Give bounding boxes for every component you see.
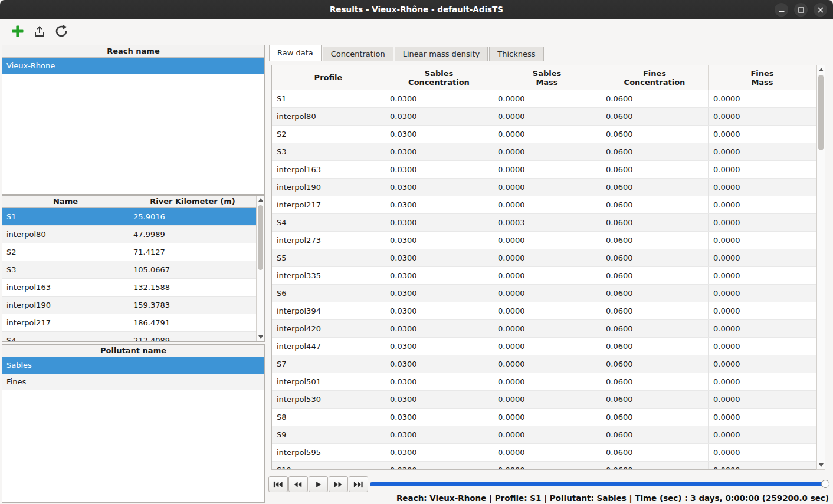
value-cell: 0.0000 [493, 462, 601, 470]
table-row[interactable]: S100.03000.00000.06000.0000 [272, 462, 816, 470]
scrollbar-thumb[interactable] [818, 75, 824, 150]
profile-cell: interpol595 [272, 444, 385, 461]
table-row[interactable]: S30.03000.00000.06000.0000 [272, 143, 816, 161]
add-button[interactable] [9, 23, 26, 39]
profile-cell: S9 [272, 426, 385, 443]
table-row[interactable]: interpol1900.03000.00000.06000.0000 [272, 179, 816, 196]
table-row[interactable]: interpol5950.03000.00000.06000.0000 [272, 444, 816, 462]
table-row[interactable]: interpol800.03000.00000.06000.0000 [272, 108, 816, 126]
reach-panel: Reach name Vieux-Rhone [2, 45, 265, 195]
profile-cell: interpol420 [272, 320, 385, 337]
pollutant-list-item[interactable]: Fines [2, 374, 264, 390]
table-row[interactable]: S50.03000.00000.06000.0000 [272, 249, 816, 267]
refresh-button[interactable] [53, 23, 70, 39]
profile-row[interactable]: S4213.4089 [2, 332, 256, 342]
tab-concentration[interactable]: Concentration [323, 47, 393, 61]
table-row[interactable]: S60.03000.00000.06000.0000 [272, 285, 816, 302]
header-line: Concentration [408, 78, 470, 87]
value-cell: 0.0000 [709, 444, 816, 461]
table-row[interactable]: interpol2730.03000.00000.06000.0000 [272, 232, 816, 249]
table-row[interactable]: S20.03000.00000.06000.0000 [272, 126, 816, 143]
value-cell: 0.0600 [601, 90, 709, 107]
profile-cell: interpol80 [272, 108, 385, 125]
table-row[interactable]: interpol2170.03000.00000.06000.0000 [272, 196, 816, 214]
titlebar: Results - Vieux-Rhône - default-AdisTS [0, 0, 833, 19]
profile-cell: S8 [272, 409, 385, 426]
tab-bar: Raw dataConcentrationLinear mass density… [269, 45, 545, 61]
profile-cell: interpol447 [272, 338, 385, 355]
reach-list-item[interactable]: Vieux-Rhone [2, 58, 264, 74]
value-cell: 0.0600 [601, 355, 709, 373]
table-row[interactable]: interpol5300.03000.00000.06000.0000 [272, 391, 816, 409]
time-slider-fill [370, 482, 828, 486]
value-cell: 0.0600 [601, 373, 709, 390]
value-cell: 0.0300 [385, 196, 493, 213]
pollutant-list: SablesFines [2, 357, 264, 390]
time-slider-handle[interactable] [821, 480, 829, 488]
close-button[interactable] [814, 3, 827, 17]
scroll-up-button[interactable] [258, 198, 263, 202]
rewind-button[interactable] [288, 476, 308, 492]
skip-to-start-button[interactable] [268, 476, 288, 492]
scrollbar-thumb[interactable] [258, 205, 263, 270]
profile-row[interactable]: interpol8047.9989 [2, 226, 256, 243]
scroll-down-button[interactable] [819, 463, 824, 467]
reach-list: Vieux-Rhone [2, 58, 264, 74]
profile-row[interactable]: interpol190159.3783 [2, 297, 256, 314]
profile-name-cell: S1 [2, 208, 129, 225]
value-cell: 0.0000 [709, 285, 816, 302]
play-button[interactable] [309, 476, 328, 492]
pollutant-list-item[interactable]: Sables [2, 357, 264, 374]
results-table: ProfileSablesConcentrationSablesMassFine… [271, 65, 816, 470]
table-row[interactable]: S80.03000.00000.06000.0000 [272, 409, 816, 426]
profile-row[interactable]: interpol217186.4791 [2, 314, 256, 332]
value-cell: 0.0300 [385, 267, 493, 284]
close-icon [817, 6, 824, 14]
maximize-button[interactable] [794, 3, 808, 17]
export-button[interactable] [31, 23, 48, 39]
value-cell: 0.0000 [493, 320, 601, 337]
plus-icon [11, 25, 24, 38]
profile-name-cell: S4 [2, 332, 129, 342]
value-cell: 0.0000 [493, 179, 601, 196]
tab-thickness[interactable]: Thickness [489, 47, 543, 61]
profile-row[interactable]: interpol163132.1588 [2, 279, 256, 297]
fast-forward-button[interactable] [329, 476, 348, 492]
scroll-up-button[interactable] [819, 68, 824, 71]
profile-km-cell: 213.4089 [129, 332, 256, 342]
time-slider[interactable] [370, 479, 828, 489]
table-row[interactable]: S40.03000.00030.06000.0000 [272, 214, 816, 232]
table-row[interactable]: interpol5010.03000.00000.06000.0000 [272, 373, 816, 391]
profile-row[interactable]: S125.9016 [2, 208, 256, 226]
tab-raw-data[interactable]: Raw data [269, 45, 322, 61]
skip-to-end-button[interactable] [349, 476, 368, 492]
table-row[interactable]: interpol4200.03000.00000.06000.0000 [272, 320, 816, 338]
value-cell: 0.0300 [385, 214, 493, 231]
minimize-button[interactable] [775, 3, 788, 17]
table-row[interactable]: S10.03000.00000.06000.0000 [272, 90, 816, 108]
table-row[interactable]: interpol3350.03000.00000.06000.0000 [272, 267, 816, 285]
value-cell: 0.0000 [493, 126, 601, 143]
value-cell: 0.0600 [601, 143, 709, 160]
results-scrollbar[interactable] [816, 65, 825, 470]
table-row[interactable]: S90.03000.00000.06000.0000 [272, 426, 816, 444]
profile-cell: interpol190 [272, 179, 385, 196]
value-cell: 0.0300 [385, 391, 493, 408]
scroll-down-button[interactable] [258, 335, 263, 339]
play-icon [313, 481, 323, 488]
value-cell: 0.0000 [493, 302, 601, 319]
header-line: Mass [751, 78, 773, 87]
value-cell: 0.0300 [385, 126, 493, 143]
profile-row[interactable]: S3105.0667 [2, 261, 256, 279]
value-cell: 0.0000 [493, 373, 601, 390]
header-line: Fines [643, 69, 666, 78]
table-row[interactable]: interpol4470.03000.00000.06000.0000 [272, 338, 816, 355]
tab-linear-mass-density[interactable]: Linear mass density [395, 47, 488, 61]
table-row[interactable]: S70.03000.00000.06000.0000 [272, 355, 816, 373]
profile-row[interactable]: S271.4127 [2, 243, 256, 261]
table-row[interactable]: interpol1630.03000.00000.06000.0000 [272, 161, 816, 179]
table-row[interactable]: interpol3940.03000.00000.06000.0000 [272, 302, 816, 320]
value-cell: 0.0000 [493, 161, 601, 178]
pollutant-panel-header: Pollutant name [2, 345, 264, 357]
profiles-scrollbar[interactable] [256, 196, 264, 341]
